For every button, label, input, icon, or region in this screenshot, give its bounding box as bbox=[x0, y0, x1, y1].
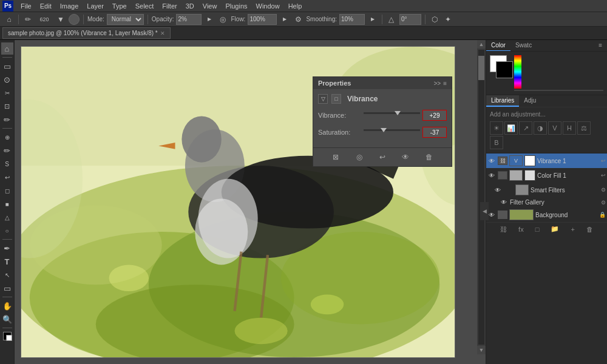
symmetry-icon[interactable]: ⬡ bbox=[429, 14, 440, 25]
vibrance-slider-track[interactable] bbox=[364, 112, 420, 114]
menu-help[interactable]: Help bbox=[285, 2, 306, 10]
opacity-arrow-icon[interactable]: ▶ bbox=[204, 14, 215, 25]
menu-edit[interactable]: Edit bbox=[36, 2, 55, 10]
background-color[interactable] bbox=[496, 61, 513, 78]
color-panel-menu[interactable]: ≡ bbox=[594, 40, 607, 51]
extra-icon[interactable]: ✦ bbox=[443, 14, 453, 25]
delete-layer-icon[interactable]: 🗑 bbox=[424, 152, 435, 163]
adjustments-tab[interactable]: Adju bbox=[519, 95, 541, 107]
flow-arrow-icon[interactable]: ▶ bbox=[279, 14, 290, 25]
color-balance-icon[interactable]: ⚖ bbox=[577, 121, 591, 135]
blur-tool[interactable]: △ bbox=[1, 211, 13, 223]
layer-eye-smartfilters[interactable]: 👁 bbox=[493, 187, 502, 194]
black-white-icon[interactable]: B bbox=[490, 136, 503, 149]
eye-icon[interactable]: 👁 bbox=[400, 152, 411, 163]
shape-tool[interactable]: ▭ bbox=[1, 282, 13, 294]
background-color-swatch[interactable] bbox=[6, 335, 12, 341]
exposure-icon[interactable]: ◑ bbox=[534, 121, 547, 135]
home-icon[interactable]: ⌂ bbox=[4, 14, 15, 25]
layer-row-filtergallery[interactable]: 👁 Filter Gallery ⚙ bbox=[486, 197, 607, 207]
pen-tool[interactable]: ✒ bbox=[1, 242, 13, 254]
menu-type[interactable]: Type bbox=[109, 2, 131, 10]
layer-eye-background[interactable]: 👁 bbox=[487, 212, 496, 218]
layer-row-colorfill[interactable]: 👁 Color Fill 1 ↩ bbox=[486, 168, 607, 183]
layer-options-vibrance[interactable]: ↩ bbox=[601, 158, 606, 164]
menu-plugins[interactable]: Plugins bbox=[222, 2, 251, 10]
toggle-visibility-icon[interactable]: ◎ bbox=[354, 152, 365, 163]
menu-view[interactable]: View bbox=[199, 2, 221, 10]
libraries-tab[interactable]: Libraries bbox=[486, 95, 519, 107]
scroll-down-arrow[interactable]: ▼ bbox=[477, 346, 486, 354]
vibrance-mask-icon[interactable]: ▽ bbox=[318, 94, 328, 104]
menu-filter[interactable]: Filter bbox=[158, 2, 180, 10]
layer-eye-colorfill[interactable]: 👁 bbox=[487, 172, 496, 179]
crop-tool[interactable]: ⊡ bbox=[1, 100, 13, 112]
scroll-track[interactable] bbox=[478, 50, 484, 345]
angle-input[interactable] bbox=[399, 14, 421, 25]
tab-close-button[interactable]: ✕ bbox=[160, 30, 165, 36]
flow-input[interactable] bbox=[248, 14, 277, 25]
layer-options-smartfilters[interactable]: ⚙ bbox=[601, 187, 606, 193]
opacity-input[interactable] bbox=[176, 14, 202, 25]
brush-tool-icon[interactable]: ✏ bbox=[22, 14, 33, 25]
smoothing-input[interactable] bbox=[339, 14, 365, 25]
add-mask-icon[interactable]: □ bbox=[535, 226, 540, 233]
vibrance-value-display[interactable]: +29 bbox=[422, 110, 447, 121]
text-tool[interactable]: T bbox=[1, 255, 13, 268]
scroll-up-arrow[interactable]: ▲ bbox=[477, 40, 486, 49]
brightness-contrast-icon[interactable]: ☀ bbox=[490, 121, 503, 135]
foreground-color-swatch[interactable] bbox=[3, 332, 12, 340]
layer-options-filtergallery[interactable]: ⚙ bbox=[601, 200, 606, 206]
brush-shape-icon[interactable] bbox=[69, 14, 80, 25]
history-brush-tool[interactable]: ↩ bbox=[1, 171, 13, 183]
vibrance-slider-thumb[interactable] bbox=[395, 111, 401, 115]
clone-stamp-tool[interactable]: S bbox=[1, 158, 13, 170]
menu-layer[interactable]: Layer bbox=[83, 2, 107, 10]
add-layer-style-icon[interactable]: fx bbox=[518, 226, 524, 233]
layer-eye-filtergallery[interactable]: 👁 bbox=[500, 199, 508, 206]
reset-to-default-icon[interactable]: ⊠ bbox=[330, 152, 341, 163]
layer-row-vibrance[interactable]: 👁 ⛓ V Vibrance 1 ↩ bbox=[486, 153, 607, 168]
saturation-slider-thumb[interactable] bbox=[381, 128, 387, 132]
eraser-tool[interactable]: ◻ bbox=[1, 184, 13, 197]
vibrance-icon[interactable]: V bbox=[548, 121, 561, 135]
levels-icon[interactable]: 📊 bbox=[504, 121, 518, 135]
healing-brush-tool[interactable]: ⊕ bbox=[1, 131, 13, 143]
layer-row-background[interactable]: 👁 Background 🔒 bbox=[486, 207, 607, 222]
curves-icon[interactable]: ↗ bbox=[519, 121, 532, 135]
eyedropper-tool[interactable]: ✏ bbox=[1, 113, 13, 126]
layer-options-colorfill[interactable]: ↩ bbox=[601, 172, 606, 178]
menu-file[interactable]: File bbox=[17, 2, 35, 10]
gradient-tool[interactable]: ■ bbox=[1, 198, 13, 210]
menu-window[interactable]: Window bbox=[253, 2, 283, 10]
document-tab[interactable]: sample photo.jpg @ 100% (Vibrance 1, Lay… bbox=[2, 27, 171, 39]
panel-menu-button[interactable]: ≡ bbox=[443, 80, 447, 87]
layer-row-smartfilters[interactable]: 👁 Smart Filters ⚙ bbox=[486, 183, 607, 197]
panels-expand-arrow[interactable]: ◀ bbox=[480, 202, 489, 220]
menu-3d[interactable]: 3D bbox=[182, 2, 198, 10]
panel-expand-button[interactable]: >> bbox=[433, 80, 441, 87]
canvas-scroll-vertical[interactable]: ▲ ▼ bbox=[477, 40, 486, 354]
vibrance-toggle-icon[interactable]: □ bbox=[331, 94, 341, 104]
brush-tool[interactable]: ✏ bbox=[1, 144, 13, 157]
layer-eye-vibrance[interactable]: 👁 bbox=[487, 158, 496, 164]
saturation-value-display[interactable]: -37 bbox=[422, 127, 447, 138]
create-layer-icon[interactable]: + bbox=[571, 226, 574, 233]
color-tab[interactable]: Color bbox=[486, 40, 510, 51]
smoothing-settings-icon[interactable]: ⚙ bbox=[293, 14, 304, 25]
brush-size-display[interactable]: 620 bbox=[36, 14, 53, 25]
previous-state-icon[interactable]: ↩ bbox=[377, 152, 388, 163]
hue-saturation-icon[interactable]: H bbox=[563, 121, 576, 135]
airbrush-icon[interactable]: ◎ bbox=[217, 14, 228, 25]
quick-select-tool[interactable]: ✂ bbox=[1, 87, 13, 99]
menu-image[interactable]: Image bbox=[56, 2, 83, 10]
zoom-tool[interactable]: 🔍 bbox=[1, 313, 13, 325]
hue-slider[interactable] bbox=[514, 55, 521, 89]
dodge-tool[interactable]: ○ bbox=[1, 224, 13, 237]
delete-layer-btn[interactable]: 🗑 bbox=[586, 226, 593, 233]
menu-select[interactable]: Select bbox=[132, 2, 158, 10]
lasso-tool[interactable]: ⊙ bbox=[1, 73, 13, 86]
scroll-thumb[interactable] bbox=[478, 56, 484, 80]
rectangular-marquee-tool[interactable]: ▭ bbox=[1, 60, 13, 72]
color-gradient-picker[interactable] bbox=[514, 90, 603, 91]
